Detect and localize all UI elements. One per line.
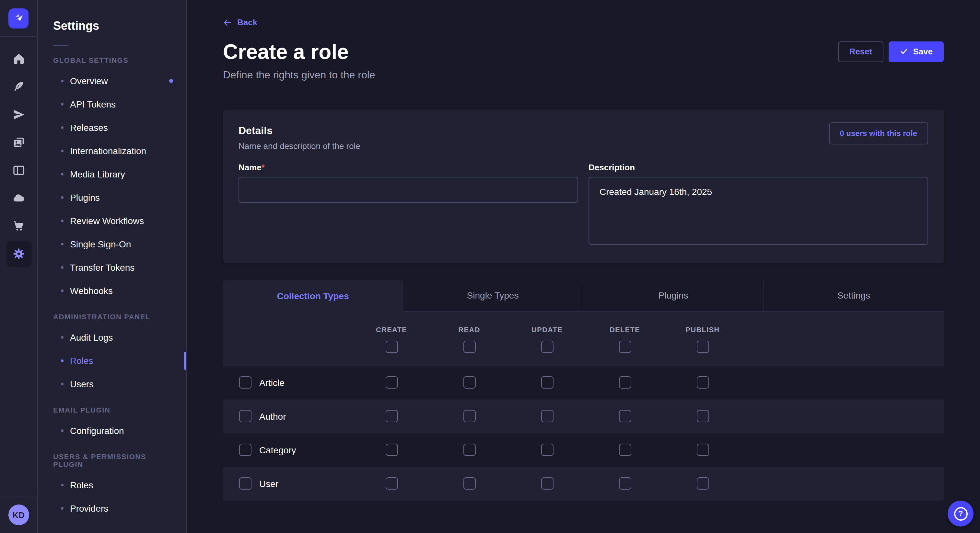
permission-checkbox[interactable]: [619, 410, 631, 423]
select-all-create-checkbox[interactable]: [385, 341, 398, 353]
cloud-icon[interactable]: [12, 192, 25, 205]
cell-delete: [586, 477, 664, 490]
sidebar-item-label: Plugins: [70, 192, 100, 203]
permission-checkbox[interactable]: [385, 377, 398, 389]
sidebar-item-api-tokens[interactable]: API Tokens: [53, 93, 170, 116]
permission-checkbox[interactable]: [385, 444, 398, 456]
permission-checkbox[interactable]: [697, 444, 709, 456]
settings-nav-item-active[interactable]: [5, 241, 32, 267]
sidebar-item-providers[interactable]: Providers: [53, 497, 170, 520]
permission-checkbox[interactable]: [385, 477, 398, 490]
permission-checkbox[interactable]: [541, 477, 553, 490]
page-subtitle: Define the rights given to the role: [223, 69, 375, 81]
column-update: UPDATE: [508, 326, 586, 353]
permission-checkbox[interactable]: [463, 477, 476, 490]
select-all-delete-checkbox[interactable]: [619, 341, 631, 353]
sidebar-item-label: Transfer Tokens: [70, 262, 135, 273]
users-with-role-button[interactable]: 0 users with this role: [829, 122, 928, 144]
back-link[interactable]: Back: [223, 17, 257, 27]
row-select-checkbox[interactable]: [239, 410, 251, 423]
sidebar-item-plugins[interactable]: Plugins: [53, 186, 170, 209]
title-divider: [53, 45, 69, 46]
strapi-logo[interactable]: [8, 8, 29, 28]
sidebar-item-configuration[interactable]: Configuration: [53, 419, 170, 443]
home-icon[interactable]: [12, 52, 25, 65]
sidebar-item-releases[interactable]: Releases: [53, 116, 170, 139]
row-head: Article: [223, 377, 353, 389]
cell-read: [430, 377, 508, 389]
cell-publish: [664, 477, 741, 490]
select-all-read-checkbox[interactable]: [463, 341, 476, 353]
row-head: User: [223, 477, 353, 490]
tab-collection-types[interactable]: Collection Types: [223, 281, 403, 311]
column-label: UPDATE: [531, 326, 563, 333]
name-input[interactable]: [239, 177, 578, 203]
sidebar-item-internationalization[interactable]: Internationalization: [53, 139, 170, 163]
permission-checkbox[interactable]: [385, 410, 398, 423]
sidebar-item-single-sign-on[interactable]: Single Sign-On: [53, 233, 170, 256]
permission-checkbox[interactable]: [619, 477, 631, 490]
name-label-text: Name: [239, 163, 261, 172]
sidebar-item-webhooks[interactable]: Webhooks: [53, 279, 170, 303]
permission-checkbox[interactable]: [463, 444, 476, 456]
sidebar-item-roles-active[interactable]: Roles: [53, 349, 170, 373]
cart-icon[interactable]: [12, 219, 25, 233]
help-button[interactable]: ?: [948, 501, 974, 527]
select-all-publish-checkbox[interactable]: [697, 341, 709, 353]
nav-section-email-plugin: EMAIL PLUGIN Configuration: [53, 406, 170, 443]
permission-checkbox[interactable]: [619, 377, 631, 389]
cell-update: [508, 410, 586, 423]
permission-checkbox[interactable]: [541, 444, 553, 456]
permission-checkbox[interactable]: [619, 444, 631, 456]
sidebar-item-media-library[interactable]: Media Library: [53, 163, 170, 186]
permission-checkbox[interactable]: [541, 410, 553, 423]
sidebar-item-audit-logs[interactable]: Audit Logs: [53, 326, 170, 349]
column-label: CREATE: [376, 326, 407, 333]
page-title: Create a role: [223, 39, 375, 64]
column-create: CREATE: [353, 326, 430, 353]
permission-row-author: Author: [223, 400, 944, 433]
description-textarea[interactable]: Created January 16th, 2025: [589, 177, 928, 245]
tab-single-types[interactable]: Single Types: [403, 281, 583, 311]
permission-checkbox[interactable]: [697, 477, 709, 490]
row-label: User: [259, 479, 278, 489]
section-label: GLOBAL SETTINGS: [53, 56, 170, 64]
reset-button[interactable]: Reset: [838, 41, 883, 62]
bullet-icon: [61, 103, 64, 106]
tab-plugins[interactable]: Plugins: [583, 281, 763, 311]
permission-checkbox[interactable]: [697, 377, 709, 389]
row-select-checkbox[interactable]: [239, 444, 251, 456]
tab-settings[interactable]: Settings: [763, 281, 944, 311]
sidebar-item-up-roles[interactable]: Roles: [53, 473, 170, 497]
row-select-checkbox[interactable]: [239, 477, 251, 490]
cell-create: [353, 410, 430, 423]
paper-plane-icon[interactable]: [12, 108, 25, 121]
header-actions: Reset Save: [838, 41, 944, 62]
feather-icon[interactable]: [12, 80, 25, 93]
sidebar-item-review-workflows[interactable]: Review Workflows: [53, 209, 170, 233]
select-all-update-checkbox[interactable]: [541, 341, 553, 353]
row-select-checkbox[interactable]: [239, 377, 251, 389]
layout-icon[interactable]: [12, 164, 25, 177]
permission-checkbox[interactable]: [541, 377, 553, 389]
user-avatar[interactable]: KD: [8, 504, 29, 525]
sidebar-item-overview[interactable]: Overview: [53, 69, 170, 93]
permission-checkbox[interactable]: [697, 410, 709, 423]
cell-update: [508, 377, 586, 389]
sidebar-item-users[interactable]: Users: [53, 373, 170, 396]
sidebar-item-label: Overview: [70, 76, 108, 86]
cell-read: [430, 444, 508, 456]
column-label: READ: [458, 326, 480, 333]
check-icon: [899, 47, 908, 56]
save-button[interactable]: Save: [888, 41, 944, 62]
sidebar-item-transfer-tokens[interactable]: Transfer Tokens: [53, 256, 170, 279]
permissions-tabs: Collection Types Single Types Plugins Se…: [223, 281, 944, 311]
permission-checkbox[interactable]: [463, 410, 476, 423]
main-nav-icons: [5, 52, 32, 497]
permission-row-user: User: [223, 467, 944, 501]
details-subtitle: Name and description of the role: [239, 141, 360, 151]
media-library-icon[interactable]: [12, 136, 25, 149]
row-head: Category: [223, 444, 353, 456]
page-title-block: Create a role Define the rights given to…: [223, 39, 375, 81]
permission-checkbox[interactable]: [463, 377, 476, 389]
